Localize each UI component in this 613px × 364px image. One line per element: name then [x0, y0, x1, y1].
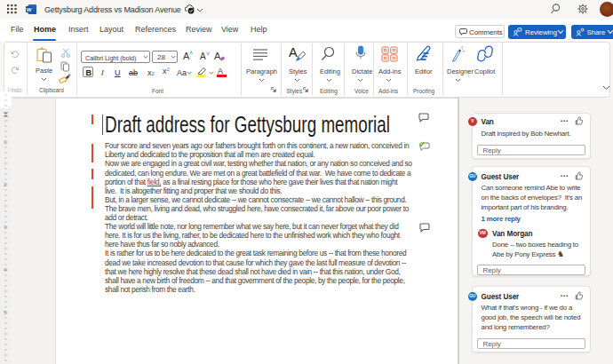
svg-text:W: W [27, 7, 32, 12]
